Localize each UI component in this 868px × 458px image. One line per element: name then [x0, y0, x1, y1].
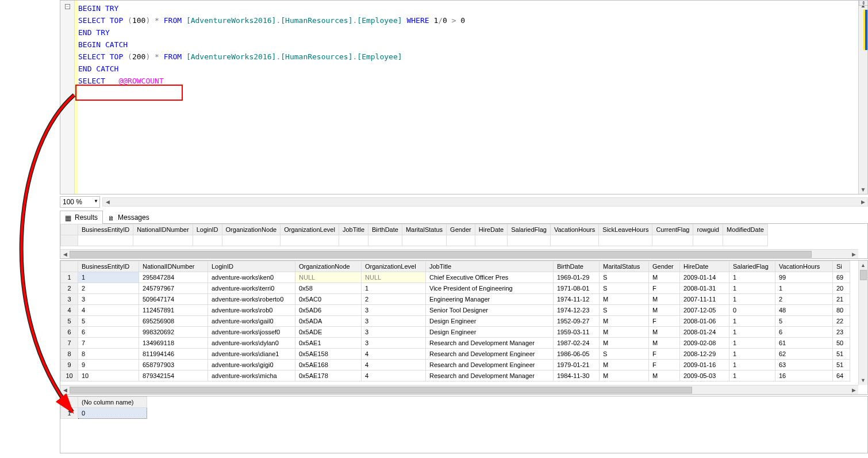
column-header[interactable]: HireDate	[475, 224, 507, 235]
cell[interactable]: 16	[775, 371, 833, 381]
cell[interactable]: M	[600, 338, 649, 349]
row-header[interactable]: 1	[61, 408, 78, 419]
cell[interactable]: M	[649, 272, 680, 283]
cell[interactable]: 2008-01-06	[680, 316, 729, 327]
cell[interactable]	[508, 235, 551, 246]
cell[interactable]: 0	[78, 408, 147, 419]
cell[interactable]: Research and Development Manager	[426, 371, 554, 381]
cell[interactable]: 1	[78, 272, 139, 283]
scroll-right-icon[interactable]: ▶	[849, 386, 858, 395]
cell[interactable]: 3	[362, 305, 426, 316]
row-header[interactable]: 6	[61, 327, 78, 338]
cell[interactable]	[339, 235, 368, 246]
cell[interactable]: M	[600, 294, 649, 305]
cell[interactable]: 0x58	[295, 283, 362, 294]
editor-vscroll[interactable]: ▲ ▼	[858, 1, 867, 194]
cell[interactable]: 0x5AD6	[295, 305, 362, 316]
cell[interactable]: 695256908	[139, 316, 208, 327]
column-header[interactable]: MaritalStatus	[600, 261, 649, 272]
cell[interactable]: 2	[78, 283, 139, 294]
column-header[interactable]: HireDate	[680, 261, 729, 272]
cell[interactable]: 3	[362, 338, 426, 349]
cell[interactable]: Engineering Manager	[426, 294, 554, 305]
column-header[interactable]: Si	[833, 261, 850, 272]
cell[interactable]: S	[600, 305, 649, 316]
column-header[interactable]: rowguid	[693, 224, 723, 235]
cell[interactable]: 62	[775, 349, 833, 360]
results-grid-3[interactable]: (No column name)10	[60, 396, 868, 453]
cell[interactable]: M	[649, 305, 680, 316]
cell[interactable]: adventure-works\terri0	[208, 283, 295, 294]
column-header[interactable]: (No column name)	[78, 397, 147, 408]
cell[interactable]: Chief Executive Officer Pres	[426, 272, 554, 283]
cell[interactable]: Vice President of Engineering	[426, 283, 554, 294]
cell[interactable]: 10	[78, 371, 139, 381]
cell[interactable]	[78, 235, 133, 246]
column-header[interactable]: CurrentFlag	[652, 224, 693, 235]
cell[interactable]: 1974-11-12	[554, 294, 600, 305]
cell[interactable]: M	[600, 371, 649, 381]
split-pane-button[interactable]: ⇕	[859, 0, 868, 6]
cell[interactable]	[550, 235, 598, 246]
cell[interactable]: 23	[833, 327, 850, 338]
cell[interactable]: 1	[362, 283, 426, 294]
column-header[interactable]: BirthDate	[554, 261, 600, 272]
cell[interactable]: 0x5AE1	[295, 338, 362, 349]
cell[interactable]: adventure-works\roberto0	[208, 294, 295, 305]
cell[interactable]: 1979-01-21	[554, 360, 600, 371]
cell[interactable]: 879342154	[139, 371, 208, 381]
cell[interactable]: F	[649, 360, 680, 371]
cell[interactable]: 99	[775, 272, 833, 283]
cell[interactable]: 3	[362, 327, 426, 338]
cell[interactable]: 998320692	[139, 327, 208, 338]
cell[interactable]: F	[649, 283, 680, 294]
cell[interactable]: M	[600, 360, 649, 371]
cell[interactable]: M	[649, 371, 680, 381]
scroll-down-icon[interactable]: ▼	[859, 185, 867, 194]
cell[interactable]: 1971-08-01	[554, 283, 600, 294]
cell[interactable]: 50	[833, 338, 850, 349]
cell[interactable]: 1	[729, 272, 775, 283]
column-header[interactable]: BusinessEntityID	[78, 224, 133, 235]
column-header[interactable]: Gender	[447, 224, 475, 235]
column-header[interactable]: SalariedFlag	[508, 224, 551, 235]
scroll-down-icon[interactable]: ▼	[859, 376, 867, 385]
cell[interactable]: 63	[775, 360, 833, 371]
cell[interactable]: 1969-01-29	[554, 272, 600, 283]
column-header[interactable]: JobTitle	[339, 224, 368, 235]
cell[interactable]: 2009-01-16	[680, 360, 729, 371]
grid-hscroll[interactable]: ◀ ▶	[60, 249, 858, 258]
cell[interactable]: 2009-01-14	[680, 272, 729, 283]
row-header[interactable]: 4	[61, 305, 78, 316]
cell[interactable]: S	[600, 283, 649, 294]
cell[interactable]: 1952-09-27	[554, 316, 600, 327]
cell[interactable]: 61	[775, 338, 833, 349]
cell[interactable]	[222, 235, 281, 246]
cell[interactable]: adventure-works\gigi0	[208, 360, 295, 371]
grid-hscroll[interactable]: ◀ ▶	[60, 385, 858, 394]
scroll-left-icon[interactable]: ◀	[60, 386, 70, 395]
results-grid-2[interactable]: BusinessEntityIDNationalIDNumberLoginIDO…	[60, 260, 868, 395]
column-header[interactable]: VacationHours	[775, 261, 833, 272]
row-header[interactable]: 5	[61, 316, 78, 327]
cell[interactable]: 1974-12-23	[554, 305, 600, 316]
cell[interactable]: 1	[775, 283, 833, 294]
cell[interactable]: 295847284	[139, 272, 208, 283]
cell[interactable]: 9	[78, 360, 139, 371]
cell[interactable]: 1987-02-24	[554, 338, 600, 349]
cell[interactable]: F	[649, 316, 680, 327]
column-header[interactable]: VacationHours	[550, 224, 598, 235]
cell[interactable]: 1	[729, 371, 775, 381]
cell[interactable]	[193, 235, 222, 246]
cell[interactable]: 3	[362, 316, 426, 327]
cell[interactable]: 7	[78, 338, 139, 349]
column-header[interactable]: BirthDate	[368, 224, 402, 235]
scroll-track[interactable]	[859, 10, 867, 185]
cell[interactable]: 0x5ADE	[295, 327, 362, 338]
column-header[interactable]: LoginID	[208, 261, 295, 272]
cell[interactable]: 80	[833, 305, 850, 316]
column-header[interactable]: MaritalStatus	[402, 224, 446, 235]
cell[interactable]: 245797967	[139, 283, 208, 294]
cell[interactable]: 1	[729, 338, 775, 349]
cell[interactable]: adventure-works\ken0	[208, 272, 295, 283]
